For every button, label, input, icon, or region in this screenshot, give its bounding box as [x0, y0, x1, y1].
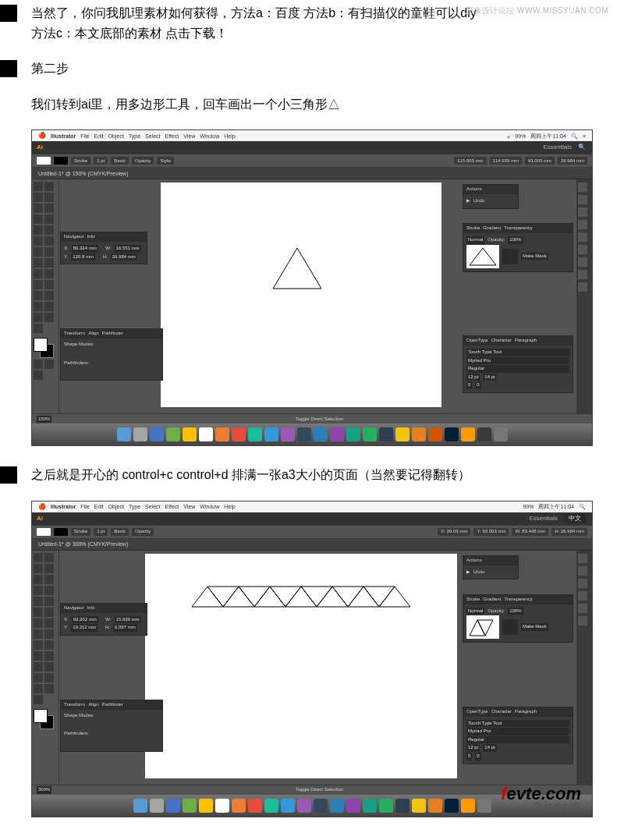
tracking[interactable]: 0 — [475, 381, 480, 389]
navigator-tab[interactable]: Navigator — [64, 233, 84, 241]
stroke-value[interactable]: 1 pt — [94, 157, 108, 165]
ctrl-x[interactable]: 115.003 mm — [454, 157, 486, 165]
brush-tool[interactable] — [34, 225, 43, 235]
character-panel[interactable]: OpenType Character Paragraph Touch Type … — [463, 707, 573, 764]
transform-tab[interactable]: Transform — [64, 701, 85, 709]
document-tab[interactable]: Untitled-1* @ 300% (CMYK/Preview) — [32, 539, 592, 551]
scale-tool[interactable] — [34, 618, 43, 628]
pencil-tool[interactable] — [44, 225, 54, 235]
touch-type-button[interactable]: Touch Type Tool — [466, 349, 569, 356]
shape-builder-tool[interactable] — [44, 629, 54, 639]
lasso-tool[interactable] — [44, 193, 54, 202]
width-tool[interactable] — [44, 618, 54, 628]
character-tab[interactable]: Character — [491, 337, 512, 345]
kerning[interactable]: 0 — [466, 381, 472, 389]
dock-safari-icon[interactable] — [166, 799, 180, 813]
transform-tab[interactable]: Transform — [64, 330, 85, 338]
stroke-panel-icon[interactable] — [578, 604, 587, 613]
line-tool[interactable] — [34, 214, 43, 224]
font-style[interactable]: Regular — [466, 736, 569, 744]
zoom-tool[interactable] — [34, 324, 43, 333]
menu-view[interactable]: View — [183, 502, 195, 511]
stroke-value[interactable]: 1 pt — [94, 528, 108, 536]
divide-icon[interactable] — [64, 367, 73, 377]
trim-icon[interactable] — [76, 739, 86, 748]
dock-app-icon[interactable] — [395, 427, 410, 441]
document-tab[interactable]: Untitled-1* @ 150% (CMYK/Preview) — [32, 168, 592, 179]
dock-app-icon[interactable] — [363, 799, 377, 813]
font-size[interactable]: 12 pt — [466, 744, 480, 752]
brushes-panel-icon[interactable] — [578, 207, 587, 217]
dock-app-icon[interactable] — [297, 427, 311, 441]
ctrl-stroke[interactable]: Stroke — [71, 157, 90, 165]
align-tab[interactable]: Align — [88, 330, 98, 338]
dock-itunes-icon[interactable] — [297, 799, 311, 813]
dock-illustrator-icon[interactable] — [461, 427, 475, 441]
menu-object[interactable]: Object — [108, 132, 124, 140]
merge-icon[interactable] — [89, 739, 98, 748]
brush-basic[interactable]: Basic — [111, 157, 129, 165]
perspective-tool[interactable] — [34, 269, 43, 278]
artboard-tool[interactable] — [44, 302, 54, 311]
crop-icon[interactable] — [101, 739, 111, 748]
dock-app-icon[interactable] — [379, 427, 393, 441]
dock-app-icon[interactable] — [428, 799, 442, 813]
info-tab[interactable]: Info — [87, 604, 95, 612]
unite-icon[interactable] — [64, 349, 73, 359]
zoom-level[interactable]: 300% — [37, 786, 51, 794]
line-tool[interactable] — [34, 586, 43, 595]
crop-icon[interactable] — [101, 367, 111, 377]
pathfinder-tab[interactable]: Pathfinder — [101, 701, 122, 709]
color-panel-icon[interactable] — [578, 554, 587, 563]
dock-app-icon[interactable] — [264, 799, 278, 813]
rectangle-tool[interactable] — [44, 586, 54, 595]
layers-panel-icon[interactable] — [578, 616, 587, 626]
dock-app-icon[interactable] — [346, 427, 360, 441]
menu-select[interactable]: Select — [145, 132, 160, 140]
trim-icon[interactable] — [76, 367, 86, 377]
rotate-tool[interactable] — [44, 608, 54, 617]
direct-select-tool[interactable] — [44, 182, 54, 191]
menu-edit[interactable]: Edit — [94, 132, 104, 140]
dock-app-icon[interactable] — [248, 427, 262, 441]
ctrl-h[interactable]: H: 26.984 mm — [551, 528, 587, 536]
slice-tool[interactable] — [34, 313, 43, 322]
pen-tool[interactable] — [34, 204, 43, 213]
info-panel[interactable]: Navigator Info X:93.202 mm W:15.939 mm Y… — [60, 603, 147, 636]
minus-front-icon[interactable] — [76, 349, 86, 359]
color-mode[interactable] — [34, 360, 43, 369]
character-tab[interactable]: Character — [491, 708, 512, 716]
fill-stroke-swatch[interactable] — [34, 338, 54, 358]
transparency-tab[interactable]: Transparency — [504, 225, 532, 232]
menu-file[interactable]: File — [80, 132, 89, 140]
pathfinder-panel[interactable]: Transform Align Pathfinder Shape Modes: … — [60, 700, 163, 752]
dock-photoshop-icon[interactable] — [445, 799, 459, 813]
dock-app-icon[interactable] — [248, 799, 262, 813]
ctrl-opacity[interactable]: Opacity — [132, 528, 154, 536]
menu-file[interactable]: File — [80, 502, 89, 511]
magic-wand-tool[interactable] — [34, 193, 43, 202]
info-tab[interactable]: Info — [87, 233, 95, 241]
navigator-tab[interactable]: Navigator — [64, 604, 84, 612]
dock-illustrator-icon[interactable] — [461, 799, 475, 813]
graph-tool[interactable] — [34, 302, 43, 311]
ctrl-opacity[interactable]: Opacity — [132, 157, 154, 165]
menu-window[interactable]: Window — [200, 502, 219, 511]
eraser-tool[interactable] — [34, 608, 43, 617]
free-transform-tool[interactable] — [34, 258, 43, 268]
ctrl-w[interactable]: 93.003 mm — [525, 157, 555, 165]
selection-tool[interactable] — [34, 182, 43, 191]
mask-thumb[interactable] — [502, 619, 518, 635]
dock-app-icon[interactable] — [264, 427, 278, 441]
brush-tool[interactable] — [34, 597, 43, 606]
magic-wand-tool[interactable] — [34, 564, 43, 573]
touch-type-button[interactable]: Touch Type Tool — [466, 720, 569, 728]
intersect-icon[interactable] — [89, 720, 98, 729]
eraser-tool[interactable] — [34, 236, 43, 246]
align-tab[interactable]: Align — [88, 701, 98, 709]
pen-tool[interactable] — [34, 575, 43, 584]
pencil-tool[interactable] — [44, 597, 54, 606]
workspace-switcher[interactable]: Essentials — [544, 143, 572, 153]
font-family[interactable]: Myriad Pro — [466, 357, 569, 365]
dock-app-icon[interactable] — [150, 799, 164, 813]
